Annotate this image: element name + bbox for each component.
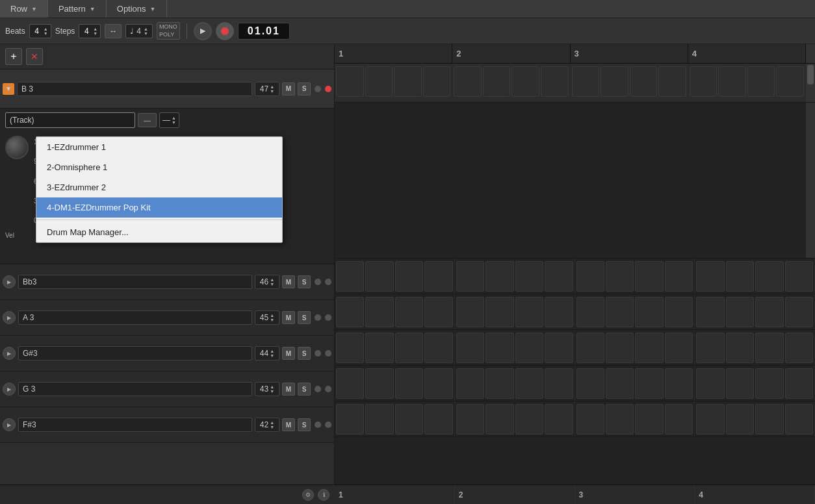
track-dropdown[interactable]: 1-EZdrummer 1 2-Omnisphere 1 3-EZdrummer…: [36, 136, 283, 243]
menu-row[interactable]: Row ▼: [0, 0, 48, 18]
play-gs3[interactable]: ▶: [3, 347, 16, 360]
b3-b2-s4[interactable]: [541, 66, 569, 97]
fs3-b4s1[interactable]: [696, 404, 724, 435]
play-fs3[interactable]: ▶: [3, 418, 16, 431]
g3-solo[interactable]: S: [298, 383, 311, 396]
v-scrollbar[interactable]: [806, 64, 815, 102]
fs3-b1s3[interactable]: [395, 404, 423, 435]
fs3-b1s4[interactable]: [424, 404, 452, 435]
fs3-arrows[interactable]: ▲ ▼: [270, 420, 274, 429]
g3-b3s4[interactable]: [665, 368, 693, 399]
a3-b4s1[interactable]: [696, 297, 724, 327]
bb3-beat2[interactable]: [455, 258, 575, 294]
g3-beat1[interactable]: [335, 366, 455, 401]
note-arrows[interactable]: ▲ ▼: [144, 27, 148, 36]
note-down[interactable]: ▼: [144, 31, 148, 36]
g3-b3s1[interactable]: [576, 368, 604, 399]
a3-b1s2[interactable]: [365, 297, 393, 327]
bb3-b3s2[interactable]: [606, 261, 634, 292]
fs3-b2s1[interactable]: [456, 404, 484, 435]
bb3-b1s2[interactable]: [365, 261, 393, 292]
g3-arrows[interactable]: ▲ ▼: [270, 384, 274, 394]
bb3-b3s4[interactable]: [665, 261, 693, 292]
fs3-beat4[interactable]: [695, 401, 815, 436]
b3-b3-s4[interactable]: [658, 66, 686, 97]
a3-beat1[interactable]: [335, 294, 455, 329]
bb3-up[interactable]: ▲: [270, 277, 274, 282]
fs3-cells[interactable]: [335, 401, 815, 436]
track-name-fs3[interactable]: F#3: [18, 418, 252, 432]
grid-scrollbar-top[interactable]: [806, 44, 815, 63]
a3-down[interactable]: ▼: [270, 318, 274, 322]
dropdown-item-1[interactable]: 1-EZdrummer 1: [36, 137, 282, 157]
play-button[interactable]: ▶: [194, 22, 212, 40]
a3-beat3[interactable]: [575, 294, 695, 329]
fs3-beat2[interactable]: [455, 401, 575, 436]
bb3-solo[interactable]: S: [298, 275, 311, 288]
g3-b1s2[interactable]: [365, 368, 393, 399]
exp-up[interactable]: ▲: [172, 116, 176, 120]
bb3-b4s2[interactable]: [726, 261, 754, 292]
a3-beat4[interactable]: [695, 294, 815, 329]
gs3-b2s4[interactable]: [545, 333, 573, 363]
track-name-input[interactable]: [5, 112, 135, 128]
gs3-b2s3[interactable]: [515, 333, 543, 363]
play-g3[interactable]: ▶: [3, 383, 16, 396]
bb3-beat1[interactable]: [335, 258, 455, 294]
bb3-b1s4[interactable]: [424, 261, 452, 292]
gs3-b1s1[interactable]: [336, 333, 364, 363]
active-track-name[interactable]: B 3: [17, 82, 252, 96]
b3-b1-s3[interactable]: [394, 66, 422, 97]
active-mute-btn[interactable]: M: [282, 82, 295, 95]
g3-up[interactable]: ▲: [270, 384, 274, 389]
b3-beat1[interactable]: [335, 64, 452, 102]
play-bb3[interactable]: ▶: [3, 275, 16, 288]
track-name-a3[interactable]: A 3: [18, 310, 252, 325]
gs3-b3s4[interactable]: [665, 333, 693, 363]
dropdown-item-3[interactable]: 3-EZdrummer 2: [36, 177, 282, 197]
minus-btn[interactable]: —: [138, 113, 157, 127]
bb3-b4s3[interactable]: [755, 261, 783, 292]
g3-b4s4[interactable]: [785, 368, 813, 399]
track-name-g3[interactable]: G 3: [18, 382, 252, 396]
g3-b4s2[interactable]: [726, 368, 754, 399]
menu-pattern[interactable]: Pattern ▼: [48, 0, 107, 18]
a3-b2s3[interactable]: [515, 297, 543, 327]
bb3-b2s2[interactable]: [485, 261, 513, 292]
expanded-spinner[interactable]: — ▲ ▼: [159, 112, 179, 128]
track-name-gs3[interactable]: G#3: [18, 346, 252, 360]
bb3-mute[interactable]: M: [282, 275, 295, 288]
b3-beat3[interactable]: [571, 64, 688, 102]
g3-b2s2[interactable]: [485, 368, 513, 399]
active-note-up[interactable]: ▲: [270, 84, 274, 89]
a3-mute[interactable]: M: [282, 311, 295, 324]
a3-arrows[interactable]: ▲ ▼: [270, 313, 274, 322]
b3-b4-s3[interactable]: [747, 66, 775, 97]
grid-expand-scrollbar[interactable]: [806, 103, 815, 258]
dropdown-item-2[interactable]: 2-Omnisphere 1: [36, 157, 282, 177]
dropdown-item-5[interactable]: Drum Map Manager...: [36, 222, 282, 242]
fs3-beat3[interactable]: [575, 401, 695, 436]
bb3-b3s3[interactable]: [635, 261, 663, 292]
bb3-down[interactable]: ▼: [270, 282, 274, 286]
g3-cells[interactable]: [335, 366, 815, 401]
gs3-b3s2[interactable]: [606, 333, 634, 363]
fs3-mute[interactable]: M: [282, 418, 295, 431]
fs3-b4s4[interactable]: [785, 404, 813, 435]
bb3-b2s1[interactable]: [456, 261, 484, 292]
gs3-b2s2[interactable]: [485, 333, 513, 363]
beats-down[interactable]: ▼: [44, 31, 48, 36]
gs3-b4s4[interactable]: [785, 333, 813, 363]
g3-b2s4[interactable]: [545, 368, 573, 399]
g3-down[interactable]: ▼: [270, 389, 274, 394]
b3-cells[interactable]: [335, 64, 806, 102]
fs3-b1s2[interactable]: [365, 404, 393, 435]
gs3-b4s1[interactable]: [696, 333, 724, 363]
track-collapse-btn[interactable]: ▼: [3, 83, 14, 95]
bb3-b1s3[interactable]: [395, 261, 423, 292]
gs3-beat3[interactable]: [575, 330, 695, 365]
fs3-b4s2[interactable]: [726, 404, 754, 435]
b3-b3-s1[interactable]: [572, 66, 600, 97]
beats-arrows[interactable]: ▲ ▼: [44, 27, 48, 36]
scrollbar-thumb[interactable]: [807, 65, 814, 84]
